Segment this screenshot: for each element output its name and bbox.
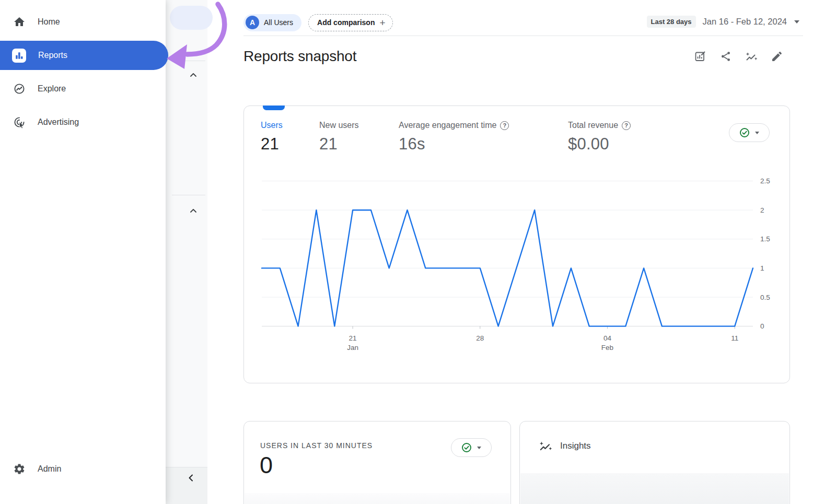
svg-text:0.5: 0.5 [760, 294, 770, 301]
svg-text:11: 11 [731, 334, 738, 342]
report-actions [694, 50, 783, 63]
svg-text:Jan: Jan [347, 344, 358, 351]
add-comparison-label: Add comparison [317, 18, 375, 27]
svg-text:04: 04 [603, 334, 612, 342]
insights-button[interactable] [745, 50, 758, 63]
chevron-down-icon [794, 20, 799, 24]
audience-chip-all-users[interactable]: A All Users [243, 14, 301, 31]
sidebar-item-label: Reports [38, 51, 67, 60]
data-quality-button[interactable] [451, 438, 492, 457]
date-preset-badge: Last 28 days [647, 16, 696, 28]
metric-label: Total revenue [568, 121, 618, 130]
rail-divider [172, 195, 205, 195]
page-title: Reports snapshot [243, 48, 356, 65]
home-icon [13, 16, 26, 28]
share-icon [719, 50, 732, 63]
header-divider [243, 36, 803, 36]
chevron-down-icon [477, 447, 481, 449]
sidebar-item-reports[interactable]: Reports [0, 41, 168, 70]
chevron-down-icon [755, 132, 759, 134]
users-line-chart: 00.511.522.521Jan2804Feb11 [260, 177, 788, 353]
svg-text:2.5: 2.5 [760, 177, 770, 185]
gear-icon [13, 463, 26, 475]
customize-report-icon [694, 50, 706, 63]
metric-value: 21 [319, 135, 359, 154]
metric-tab-users[interactable]: Users 21 [261, 121, 283, 154]
data-quality-button[interactable] [729, 123, 770, 142]
realtime-title: USERS IN LAST 30 MINUTES [260, 441, 373, 450]
check-circle-icon [739, 127, 750, 138]
metric-tab-total-revenue[interactable]: Total revenue ? $0.00 [568, 121, 631, 154]
explore-icon [13, 83, 26, 95]
plus-icon: + [379, 18, 385, 28]
insights-icon [745, 50, 758, 63]
sidebar-item-label: Explore [38, 84, 66, 93]
rail-divider [172, 61, 205, 61]
sidebar-item-advertising[interactable]: Advertising [0, 108, 166, 137]
card-body-area [520, 473, 789, 504]
collapse-section-chevron-up-icon[interactable] [189, 207, 198, 215]
customize-report-button[interactable] [694, 50, 706, 63]
svg-text:21: 21 [349, 334, 357, 342]
insights-card: Insights [519, 421, 790, 504]
collapse-nav-chevron-left-icon[interactable] [187, 474, 195, 482]
card-body-area [245, 493, 510, 504]
metric-value: $0.00 [568, 135, 631, 154]
main-content: A All Users Add comparison + Last 28 day… [207, 0, 836, 504]
date-range-text: Jan 16 - Feb 12, 2024 [703, 17, 787, 27]
audience-chip-label: All Users [264, 18, 293, 27]
metric-label: Users [261, 121, 283, 130]
bar-chart-icon [12, 49, 26, 63]
search-bar[interactable] [170, 6, 213, 30]
svg-text:2: 2 [760, 206, 764, 214]
selected-metric-indicator [263, 106, 285, 110]
svg-text:28: 28 [476, 334, 484, 342]
help-icon[interactable]: ? [500, 121, 509, 130]
metric-tab-new-users[interactable]: New users 21 [319, 121, 359, 154]
metric-value: 16s [399, 135, 509, 154]
insights-title: Insights [560, 441, 591, 451]
report-nav-rail [166, 0, 207, 504]
add-comparison-button[interactable]: Add comparison + [308, 14, 393, 31]
svg-text:1.5: 1.5 [760, 235, 770, 243]
advertising-icon [13, 116, 26, 128]
audience-avatar: A [246, 16, 259, 29]
comparison-bar: A All Users Add comparison + [243, 14, 393, 31]
metric-label: New users [319, 121, 359, 130]
pencil-icon [771, 50, 783, 63]
date-range-selector[interactable]: Last 28 days Jan 16 - Feb 12, 2024 [647, 16, 800, 28]
nav-rail-footer [166, 467, 207, 504]
sidebar-item-label: Advertising [38, 118, 79, 127]
share-button[interactable] [719, 50, 732, 63]
sidebar: Home Reports Explore [0, 0, 166, 504]
sidebar-item-label: Home [38, 17, 60, 27]
sidebar-item-admin[interactable]: Admin [0, 454, 166, 484]
svg-text:1: 1 [760, 264, 764, 272]
sidebar-item-label: Admin [38, 464, 61, 474]
svg-text:Feb: Feb [601, 344, 613, 351]
check-circle-icon [461, 442, 472, 453]
realtime-value: 0 [260, 452, 273, 479]
metric-label: Average engagement time [399, 121, 496, 130]
realtime-card: USERS IN LAST 30 MINUTES 0 [243, 421, 511, 504]
sidebar-item-home[interactable]: Home [0, 7, 166, 37]
insights-icon [539, 439, 552, 453]
help-icon[interactable]: ? [622, 121, 631, 130]
collapse-section-chevron-up-icon[interactable] [189, 71, 198, 79]
metric-value: 21 [261, 135, 283, 154]
sidebar-item-explore[interactable]: Explore [0, 74, 166, 103]
chart-container: 00.511.522.521Jan2804Feb11 [260, 177, 788, 353]
overview-card: Users 21 New users 21 Average engagement… [243, 106, 790, 383]
edit-button[interactable] [771, 50, 783, 63]
svg-text:0: 0 [760, 322, 764, 330]
ga4-reports-snapshot-screen: A All Users Add comparison + Last 28 day… [0, 0, 836, 504]
metric-tab-avg-engagement-time[interactable]: Average engagement time ? 16s [399, 121, 509, 154]
